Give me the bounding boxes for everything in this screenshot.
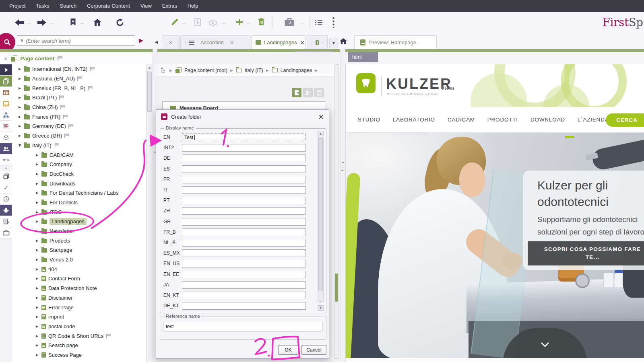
expand-arrow-icon[interactable] [35,267,39,271]
expand-arrow-icon[interactable] [35,343,39,347]
tab-list-caret-icon[interactable]: ▼ [329,38,338,48]
display-name-input[interactable] [182,134,306,141]
display-name-input[interactable] [182,207,306,215]
tree-item[interactable]: Venus 2.0 [12,255,146,265]
expand-arrow-icon[interactable] [35,334,39,338]
panel-splitter[interactable]: ◄⋮► [340,49,345,362]
display-name-input[interactable] [182,154,306,162]
menu-item[interactable]: Help [182,0,204,12]
collapse-panel-icon[interactable]: « [4,55,8,62]
tree-item[interactable]: ITDC [12,207,146,217]
display-name-input[interactable] [182,186,306,194]
expand-arrow-icon[interactable] [35,153,39,157]
expand-arrow-icon[interactable] [35,353,39,357]
eye-dropdown-dots[interactable]: ·· [222,21,226,26]
expand-arrow-icon[interactable] [35,306,39,309]
expand-arrow-icon[interactable] [35,220,39,223]
tree-item[interactable]: Landingpages [12,217,146,226]
content-scrollbar[interactable] [334,64,339,359]
tree-item[interactable]: Search page [12,341,146,350]
expand-arrow-icon[interactable] [18,124,22,128]
bookmarks-star-icon[interactable]: ★▶ [0,154,12,166]
expand-arrow-icon[interactable] [35,296,39,300]
tree-item[interactable]: postal code [12,322,146,331]
tree-item[interactable]: Benelux (FR_B, NL_B) [12,83,146,93]
forward-dropdown-dots[interactable]: ·· [50,21,54,26]
display-name-input[interactable] [182,292,306,299]
expand-arrow-icon[interactable] [18,77,22,80]
content-scroll-thumb[interactable] [335,274,338,302]
site-nav-item[interactable]: LABORATORIO [393,117,435,123]
new-page-button[interactable] [292,88,301,97]
site-nav-item[interactable]: CAD/CAM [448,117,475,123]
expand-arrow-icon[interactable] [35,229,39,233]
expand-arrow-icon[interactable] [18,115,22,119]
close-icon[interactable]: × [318,113,324,121]
kulzer-tooth-logo-icon[interactable] [356,73,376,93]
search-go-icon[interactable]: ▶ [139,37,143,43]
breadcrumb-item[interactable]: Page content (root) ▶ [175,67,233,73]
projects-briefcase-icon[interactable] [0,227,12,239]
ok-button[interactable]: OK [278,345,298,355]
expand-arrow-icon[interactable] [35,210,39,214]
home-nav-icon[interactable] [340,38,347,46]
display-name-input[interactable] [182,271,306,278]
tree-item[interactable]: Newsletter [12,226,146,236]
add-dropdown-dots[interactable]: ·· [246,21,250,26]
tree-item[interactable]: CAD/CAM [12,150,146,160]
dialog-scroll-track[interactable] [318,138,324,302]
expand-arrow-icon[interactable] [35,201,39,204]
scroll-down-icon[interactable]: ▼ [318,305,324,311]
tree-item[interactable]: Products [12,236,146,245]
site-nav-item[interactable]: PRODOTTI [487,117,518,123]
expand-arrow-icon[interactable] [35,258,39,261]
refresh-button[interactable] [116,19,124,28]
site-nav-item[interactable]: L`AZIENDA [578,117,609,123]
tree-item[interactable]: Contact Form [12,274,146,284]
tab-structure[interactable]: ‹ › [307,35,328,49]
search-scope-caret[interactable]: ▼ [21,39,23,43]
tree-item[interactable]: Startpage [12,245,146,255]
scroll-up-icon[interactable]: ▲ [318,131,324,136]
expand-arrow-icon[interactable] [18,96,22,99]
breadcrumb-item[interactable]: Italy (IT) ▶ [236,68,269,73]
site-search-button[interactable]: CERCA [606,113,644,127]
breadcrumb-item[interactable]: Landingpages ▶ [272,68,318,73]
tree-item[interactable]: Error Page [12,302,146,312]
media-play-icon[interactable] [0,64,12,76]
tree-item[interactable]: 404 [12,264,146,274]
expand-arrow-icon[interactable] [35,315,39,319]
tree-scrollbar[interactable]: ▲ [146,64,153,362]
data-table-icon[interactable] [0,87,12,98]
expand-arrow-icon[interactable] [35,172,39,176]
tree-item[interactable]: Greece (GR) [12,131,146,141]
expand-arrow-icon[interactable] [18,134,22,138]
display-name-input[interactable] [182,281,306,289]
expand-arrow-icon[interactable] [35,286,39,290]
edit-dropdown-dots[interactable]: ·· [182,21,186,26]
hero-cta-button[interactable]: SCOPRI COSA POSSIAMO FARE TE... [528,241,644,265]
scroll-thumb[interactable] [147,72,152,112]
tree-item[interactable]: imprint [12,312,146,322]
plugins-puzzle-icon[interactable] [0,205,12,216]
expand-arrow-icon[interactable] [35,325,39,328]
tab-accordion[interactable]: ‹ Accordion × [180,35,250,49]
history-clock-icon[interactable] [0,193,12,205]
tree-item[interactable]: Company [12,160,146,169]
display-name-input[interactable] [182,165,306,173]
display-name-input[interactable] [182,239,306,247]
cancel-button[interactable]: Cancel [301,345,326,355]
tab-landingpages[interactable]: Landingpages × [251,35,306,49]
site-nav-item[interactable]: DOWNLOAD [530,117,565,123]
expand-arrow-icon[interactable] [35,248,39,252]
expand-arrow-icon[interactable] [18,105,22,109]
display-name-input[interactable] [182,176,306,183]
bookmark-icon[interactable] [70,18,76,28]
tree-item[interactable]: Australia (EN_AU) [12,74,146,84]
display-name-input[interactable] [182,197,306,204]
copy-pages-icon[interactable] [0,171,12,182]
search-input[interactable] [26,38,132,44]
menu-item[interactable]: Extras [157,0,182,12]
more-kebab-icon[interactable] [332,16,335,30]
dialog-titlebar[interactable]: Create folder × [156,110,329,123]
